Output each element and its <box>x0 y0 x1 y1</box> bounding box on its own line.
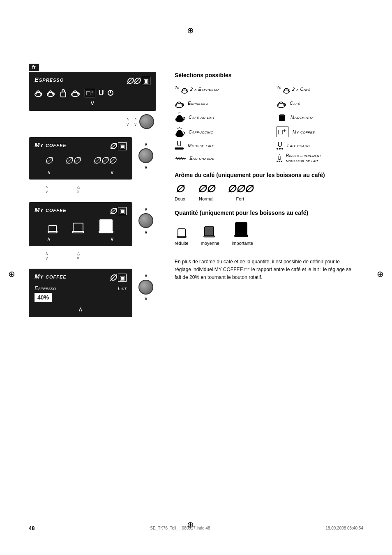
border-right <box>372 0 372 555</box>
icon-espresso-cup <box>35 89 44 97</box>
sel-eau-chaude: Eau chaude <box>175 153 270 164</box>
page-number: 48 <box>29 525 35 531</box>
svg-rect-26 <box>235 223 247 236</box>
panel2-display: My coffee ∅ ▣ ∅ ∅∅ ∅∅∅ <box>29 137 132 180</box>
panel2-zero1: ∅ <box>45 155 53 166</box>
svg-rect-2 <box>61 92 66 97</box>
border-top <box>0 20 392 20</box>
rotary-knob-1[interactable] <box>139 114 154 129</box>
arrows-below-knob1: ∨∨ <box>126 122 137 127</box>
panel4-counter: ∅ <box>109 273 116 283</box>
knob3-arrow-down: ∨ <box>144 229 148 235</box>
sel-my-coffee: □⁺ My coffee <box>277 126 372 138</box>
panel3-card-icon: ▣ <box>118 207 127 215</box>
spacer-arrow1-up: ∧ <box>45 184 48 189</box>
arome-doux-label: Doux <box>175 196 185 201</box>
svg-point-9 <box>284 90 289 93</box>
icon-cappuccino <box>175 126 186 138</box>
knob2-arrow-down: ∨ <box>144 164 148 170</box>
icon-double-cup <box>71 89 81 97</box>
lang-badge: fr <box>29 64 39 71</box>
panel3-counter: ∅ <box>109 206 116 216</box>
icon-rincer: U̇ <box>277 155 281 161</box>
arome-doux-symbol: ∅ <box>175 183 184 195</box>
rotary-knob-2[interactable] <box>138 148 153 163</box>
rotary-knob-4[interactable] <box>138 280 153 295</box>
svg-rect-25 <box>204 236 214 237</box>
sel-2x-cafe: 2x 2 x Café <box>277 83 372 95</box>
svg-rect-24 <box>205 227 214 237</box>
arome-normal: ∅∅ Normal <box>198 183 215 201</box>
quantite-importante-label: importante <box>232 241 253 246</box>
quantite-moyenne-label: moyenne <box>201 241 219 246</box>
icon-cafe-au-lait <box>175 111 186 123</box>
spacer-arrow2-up: △ <box>77 184 80 189</box>
arome-normal-label: Normal <box>199 196 213 201</box>
icon-macchiato <box>277 111 288 123</box>
arome-section: Arôme du café (uniquement pour les boiss… <box>175 172 372 201</box>
knob2-arrow-up: ∧ <box>144 141 148 147</box>
icon-cafe <box>277 98 287 108</box>
right-column: Sélections possibles 2x 2 x Espresso 2x <box>175 72 372 282</box>
sel-my-coffee-label: My coffee <box>293 129 315 134</box>
icon-2x-cafe: 2x <box>277 83 290 95</box>
panel3-wrapper: My coffee ∅ ▣ <box>29 202 156 260</box>
sel-mousse-lait: U Mousse lait <box>175 141 270 150</box>
sel-espresso-label: Espresso <box>188 101 208 106</box>
sel-cafe-au-lait: Café au lait <box>175 111 270 123</box>
arome-fort-symbol: ∅∅∅ <box>227 183 253 195</box>
panel3-title: My coffee <box>35 206 67 213</box>
quantite-reduite: réduite <box>175 225 189 246</box>
panel2-arrow-right: ∨ <box>110 169 114 175</box>
sel-2x-espresso-label: 2 x Espresso <box>190 87 219 92</box>
arome-fort: ∅∅∅ Fort <box>227 183 253 201</box>
quantite-moyenne: moyenne <box>201 223 219 246</box>
quantite-importante: importante <box>232 221 253 246</box>
knob4-arrow-down: ∨ <box>144 296 148 302</box>
svg-rect-14 <box>280 114 284 115</box>
sel-lait-chaud-label: Lait chaud <box>287 143 310 148</box>
selections-grid: 2x 2 x Espresso 2x 2 x Café <box>175 83 372 164</box>
icon-my-coffee-sel: □⁺ <box>277 127 288 137</box>
rotary-knob-3[interactable] <box>138 213 153 228</box>
svg-rect-22 <box>178 229 185 237</box>
icon-small-indicator <box>107 90 114 96</box>
panel2-zero3: ∅∅∅ <box>93 155 116 166</box>
icon-cup-reduite <box>175 225 188 239</box>
arome-normal-symbol: ∅∅ <box>198 183 215 195</box>
panel1-display: Espresso ∅∅ ▣ □⁺ U <box>29 72 156 111</box>
panel4-up-arrow: ∧ <box>78 305 83 313</box>
icon-espresso <box>175 98 185 108</box>
icon-cafe-cup <box>47 89 56 97</box>
quantite-title: Quantité (uniquement pour les boissons a… <box>175 210 372 216</box>
svg-text:2x: 2x <box>175 85 179 90</box>
reg-mark-left: ⊕ <box>8 269 15 279</box>
reg-mark-right: ⊕ <box>377 269 384 279</box>
quantite-reduite-label: réduite <box>175 241 189 246</box>
panel4-display: My coffee ∅ ▣ Espresso Lait 4 <box>29 269 132 317</box>
arrows-above-knob1: ∧∧ <box>126 117 137 121</box>
spacer-arrow2-down: × <box>77 189 80 194</box>
sel-cafe-label: Café <box>290 101 300 106</box>
panel4-sub2: Lait <box>118 285 127 291</box>
icon-mycoffee-plus: □⁺ <box>85 89 95 97</box>
sel-rincer-label: Rincer brièvement mousseur de lait <box>286 153 339 164</box>
sel-2x-cafe-label: 2 x Café <box>292 87 311 92</box>
footer-file: SE_TK76_Teil_I_080917.indd 48 <box>150 526 210 530</box>
border-left <box>20 0 20 555</box>
selections-section: Sélections possibles 2x 2 x Espresso 2x <box>175 72 372 164</box>
sel-cappuccino: Cappuccino <box>175 126 270 138</box>
left-column: Espresso ∅∅ ▣ □⁺ U <box>29 72 156 329</box>
icon-cup-moyenne <box>203 223 217 239</box>
panel3-display: My coffee ∅ ▣ <box>29 202 132 246</box>
panel3-arrow-left: ∧ <box>47 236 51 242</box>
panel2-wrapper: My coffee ∅ ▣ ∅ ∅∅ ∅∅∅ <box>29 137 156 194</box>
knob3-arrow-up: ∧ <box>144 206 148 212</box>
text-block-content: En plus de l'arôme du café et de la quan… <box>175 259 351 280</box>
arome-icons: ∅ Doux ∅∅ Normal ∅∅∅ Fort <box>175 183 372 201</box>
panel2-arrow-left: ∧ <box>47 169 51 175</box>
sel-cafe: Café <box>277 98 372 108</box>
panel2-zero2: ∅∅ <box>65 155 81 166</box>
panel2-card-icon: ▣ <box>118 142 127 150</box>
sel-cafe-lait-label: Café au lait <box>189 115 215 120</box>
